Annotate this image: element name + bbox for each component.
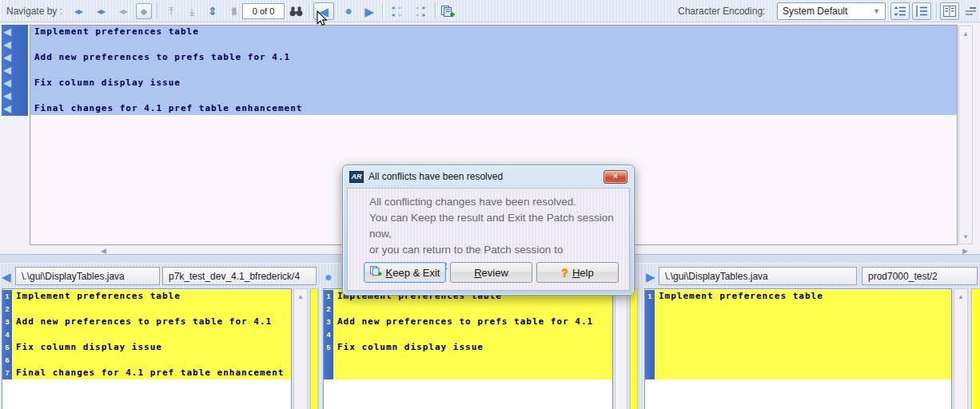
code-line: Fix column display issue xyxy=(12,341,291,354)
line-numbers-toggle-icon[interactable] xyxy=(912,2,931,20)
right-change-overview-strip[interactable] xyxy=(971,288,980,409)
line-number: 4 xyxy=(324,328,333,341)
line-number: 5 xyxy=(324,341,333,354)
side-by-side-view-toggle-icon[interactable] xyxy=(940,2,959,20)
mouse-cursor xyxy=(317,10,328,30)
line-number: 3 xyxy=(324,316,333,328)
code-line: Implement preferences table xyxy=(655,290,951,303)
review-button[interactable]: Review xyxy=(450,262,532,283)
code-line xyxy=(30,38,957,51)
next-difference-icon[interactable] xyxy=(361,3,377,19)
change-marker-icon xyxy=(2,101,28,114)
first-difference-icon[interactable] xyxy=(163,3,179,19)
scroll-up-icon[interactable] xyxy=(959,28,972,39)
code-line xyxy=(655,367,951,379)
middle-pane-editor[interactable]: 1 2 3 4 5 Implement preferences table Ad… xyxy=(323,288,613,409)
left-pane-marker-icon[interactable] xyxy=(2,270,14,284)
navigate-linked-pair-icon[interactable] xyxy=(70,3,86,19)
toolbar-separator xyxy=(936,3,937,18)
line-number: 4 xyxy=(2,328,12,341)
line-number: 1 xyxy=(645,290,655,303)
line-number: 7 xyxy=(2,367,12,379)
code-line xyxy=(333,303,612,316)
change-marker-icon xyxy=(2,76,28,89)
close-icon[interactable]: × xyxy=(604,170,627,184)
left-line-number-gutter: 1 2 3 4 5 6 7 xyxy=(2,290,12,379)
merged-change-gutter xyxy=(2,25,28,116)
navigate-by-block-icon[interactable] xyxy=(136,3,152,19)
line-number: 6 xyxy=(2,354,12,367)
help-button[interactable]: ? Help xyxy=(536,262,619,283)
code-line xyxy=(655,303,951,316)
middle-pane-marker-icon[interactable] xyxy=(325,270,337,284)
toolbar-separator xyxy=(435,3,436,18)
unified-view-toggle-icon[interactable] xyxy=(962,2,979,20)
code-line: Add new preferences to prefs table for 4… xyxy=(12,316,291,328)
navigate-gray-pair-icon[interactable] xyxy=(115,3,131,19)
keep-and-exit-label: Keep & Exit xyxy=(386,267,440,279)
app-logo-icon: AR xyxy=(349,171,364,183)
right-pane-marker-icon[interactable] xyxy=(646,270,659,284)
code-line xyxy=(333,367,612,379)
dialog-message-line: You can Keep the result and Exit the Pat… xyxy=(369,210,629,242)
vertical-scrollbar[interactable] xyxy=(954,288,968,409)
line-spacing-toggle-icon[interactable] xyxy=(890,2,910,20)
line-number: 5 xyxy=(2,341,12,354)
find-binoculars-icon[interactable] xyxy=(288,3,304,19)
right-pane-version: prod7000_test/2 xyxy=(862,267,978,285)
middle-change-overview-strip[interactable] xyxy=(630,288,638,409)
change-marker-icon xyxy=(2,63,28,76)
left-pane-filename: \.\gui\DisplayTables.java xyxy=(15,267,160,285)
line-number xyxy=(645,328,655,341)
vertical-scrollbar[interactable] xyxy=(615,288,627,409)
code-line: Implement preferences table xyxy=(12,290,291,303)
vertical-scrollbar[interactable] xyxy=(958,26,973,244)
scroll-up-icon[interactable] xyxy=(294,291,307,302)
code-line xyxy=(333,354,612,367)
left-change-overview-strip[interactable] xyxy=(310,288,318,409)
navigate-mixed-pair-icon[interactable] xyxy=(93,3,109,19)
dialog-title-bar[interactable]: AR All conflicts have been resolved × xyxy=(343,165,634,188)
change-marker-icon xyxy=(2,38,28,50)
code-line: Final changes for 4.1 pref table enhance… xyxy=(12,367,291,379)
code-line: Add new preferences to prefs table for 4… xyxy=(30,51,957,64)
save-merged-file-icon xyxy=(370,266,382,279)
main-toolbar: Navigate by : 0 of 0 ◂▸◂▸ xyxy=(0,0,980,22)
encoding-select-value: System Default xyxy=(783,6,847,17)
code-line xyxy=(333,328,612,341)
save-merged-file-icon[interactable] xyxy=(440,3,456,19)
code-line xyxy=(12,354,291,367)
review-label: Review xyxy=(474,267,508,279)
encoding-select[interactable]: System Default ▼ xyxy=(777,2,886,20)
line-number: 1 xyxy=(2,290,12,303)
line-number: 2 xyxy=(2,303,12,316)
code-line xyxy=(655,328,951,341)
line-number: 2 xyxy=(324,303,333,316)
help-label: Help xyxy=(572,267,594,279)
difference-counter[interactable]: 0 of 0 xyxy=(242,3,285,19)
code-line: Implement preferences table xyxy=(30,26,957,38)
line-number xyxy=(324,354,333,367)
line-number xyxy=(645,303,655,316)
merge-application-window: Navigate by : 0 of 0 ◂▸◂▸ xyxy=(0,0,980,409)
left-pane-editor[interactable]: 1 2 3 4 5 6 7 Implement preferences tabl… xyxy=(2,288,292,409)
navigate-by-label: Navigate by : xyxy=(6,6,62,17)
last-difference-icon[interactable] xyxy=(184,3,200,19)
merge-right-pair-icon[interactable]: ◂▸◂▸ xyxy=(411,3,430,19)
right-line-number-gutter: 1 xyxy=(645,290,655,379)
merge-left-pair-icon[interactable]: ◂▸◂▸ xyxy=(387,3,406,19)
vertical-scrollbar[interactable] xyxy=(293,288,308,409)
code-line: Fix column display issue xyxy=(30,77,957,89)
help-question-icon: ? xyxy=(561,266,568,279)
right-pane-editor[interactable]: 1 Implement preferences table xyxy=(644,288,952,409)
dialog-title: All conflicts have been resolved xyxy=(368,171,503,182)
next-prev-difference-icon[interactable] xyxy=(205,3,221,19)
keep-and-exit-button[interactable]: Keep & Exit xyxy=(364,262,446,283)
change-marker-icon xyxy=(2,50,28,63)
code-line xyxy=(655,341,951,354)
current-difference-icon[interactable] xyxy=(341,3,357,19)
scroll-down-icon[interactable] xyxy=(959,231,972,242)
code-line xyxy=(12,328,291,341)
next-change-icon[interactable] xyxy=(227,3,243,19)
scroll-up-icon[interactable] xyxy=(954,291,967,302)
